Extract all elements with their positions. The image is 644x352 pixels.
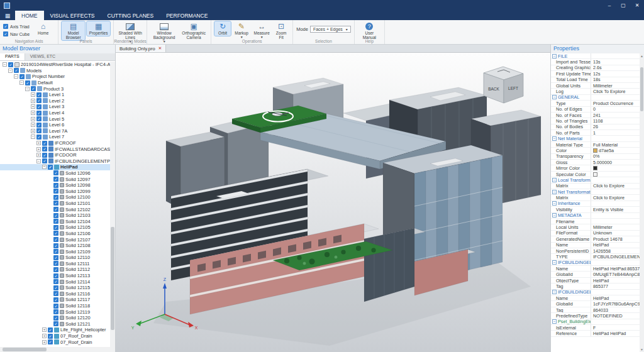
tree-checkbox[interactable] <box>53 207 58 212</box>
home-button[interactable]: ⌂ Home <box>31 21 55 36</box>
tree-checkbox[interactable] <box>19 74 25 79</box>
tree-checkbox[interactable] <box>53 316 58 321</box>
nav-cube-checkbox[interactable]: ✓ Nav Cube <box>3 31 30 37</box>
property-row[interactable]: GlobalId 0MUqjET7eB44iAnpC8quu <box>551 272 640 277</box>
navigation-cube[interactable]: BACK LEFT <box>484 67 523 103</box>
tree-item[interactable]: Solid 12117 <box>0 297 115 303</box>
property-row[interactable]: No. of Parts 1 <box>551 130 640 136</box>
property-row[interactable]: Log Click To Explore <box>551 89 640 94</box>
tree-checkbox[interactable] <box>48 334 53 339</box>
tree-expander-icon[interactable] <box>48 316 52 320</box>
tree-item[interactable]: + 07_Roof_Drain <box>0 339 115 345</box>
scroll-down-icon[interactable]: ▼ <box>640 347 644 352</box>
property-row[interactable]: FileFormat Unknown <box>551 231 640 236</box>
tree-expander-icon[interactable]: + <box>31 92 35 97</box>
user-manual-button[interactable]: ? User Manual <box>358 21 381 40</box>
navcube-back-label[interactable]: BACK <box>488 87 499 91</box>
tree-expander-icon[interactable]: − <box>42 165 47 169</box>
tree-checkbox[interactable] <box>36 128 42 133</box>
tree-checkbox[interactable] <box>53 261 58 266</box>
tree-expander-icon[interactable]: + <box>31 111 35 115</box>
tree-expander-icon[interactable]: + <box>31 123 35 127</box>
tree-item[interactable]: Solid 12098 <box>0 182 115 189</box>
property-row[interactable]: Matrix Click to Explore <box>551 184 640 189</box>
tree-item[interactable]: Solid 12099 <box>0 188 115 194</box>
tree-checkbox[interactable] <box>53 170 58 175</box>
tree-checkbox[interactable] <box>53 225 58 230</box>
ribbon-tab[interactable]: VISUAL EFFECTS <box>44 11 101 20</box>
tree-vertical-scrollbar[interactable] <box>110 62 115 347</box>
tree-expander-icon[interactable] <box>48 238 52 242</box>
tree-expander-icon[interactable]: + <box>31 99 35 103</box>
viewport-canvas[interactable]: BACK LEFT Z X Y <box>116 53 550 352</box>
tree-checkbox[interactable] <box>53 309 58 314</box>
tree-checkbox[interactable] <box>42 141 47 146</box>
tree-item[interactable]: + Level 6 <box>0 122 115 128</box>
property-row[interactable]: No. of Triangles 1108 <box>551 118 640 124</box>
tree-checkbox[interactable] <box>53 201 58 206</box>
tree-item[interactable]: − Models <box>0 68 115 74</box>
tree-checkbox[interactable] <box>53 267 58 272</box>
section-expander-icon[interactable]: − <box>552 319 557 324</box>
property-row[interactable]: Name HeliPad <box>551 295 640 301</box>
viewport-tab[interactable]: Building Only.pro ✕ <box>116 45 166 52</box>
ribbon-tab[interactable]: PERFORMANCE <box>160 11 214 20</box>
tree-expander-icon[interactable] <box>48 280 52 284</box>
tree-expander-icon[interactable]: − <box>14 74 18 79</box>
tree-expander-icon[interactable]: − <box>8 69 13 73</box>
panel-tab[interactable]: VIEWS, ETC <box>25 53 60 60</box>
tree-item[interactable]: + Level 2 <box>0 98 115 104</box>
property-row[interactable]: Specular Color <box>551 172 640 177</box>
property-row[interactable]: − GENERAL <box>551 95 640 101</box>
tree-expander-icon[interactable]: − <box>3 62 7 67</box>
tree-item[interactable]: + 07_Roof_Drain <box>0 333 115 339</box>
tree-expander-icon[interactable]: + <box>36 147 41 151</box>
tree-item[interactable]: + Level 3 <box>0 104 115 110</box>
navcube-left-label[interactable]: LEFT <box>508 86 518 91</box>
markup-button[interactable]: ✎ Markup ▾ <box>233 21 250 40</box>
tree-expander-icon[interactable] <box>48 322 52 326</box>
tree-expander-icon[interactable] <box>48 292 52 296</box>
tree-checkbox[interactable] <box>36 92 42 97</box>
tree-item[interactable]: Solid 12110 <box>0 255 115 261</box>
tree-expander-icon[interactable] <box>48 183 52 187</box>
section-expander-icon[interactable]: − <box>552 54 557 58</box>
property-row[interactable]: PredefinedType NOTDEFINED <box>551 313 640 319</box>
tree-item[interactable]: − 20190104WestRiverSide Hospital - IFC4-… <box>0 62 115 68</box>
tree-expander-icon[interactable]: + <box>31 104 35 109</box>
tree-expander-icon[interactable]: + <box>31 117 35 121</box>
property-row[interactable]: Tag 865377 <box>551 283 640 289</box>
tree-expander-icon[interactable]: + <box>42 327 47 332</box>
section-expander-icon[interactable]: − <box>552 213 557 217</box>
tree-checkbox[interactable] <box>53 237 58 242</box>
tree-checkbox[interactable] <box>53 285 58 290</box>
tree-checkbox[interactable] <box>53 249 58 254</box>
tree-checkbox[interactable] <box>14 68 19 73</box>
tree-checkbox[interactable] <box>53 279 58 284</box>
property-row[interactable]: Visibility Entity is Visible <box>551 207 640 212</box>
tree-expander-icon[interactable]: − <box>25 87 30 91</box>
minimize-button[interactable]: – <box>602 0 616 11</box>
tree-expander-icon[interactable] <box>48 261 52 266</box>
tree-item[interactable]: Solid 12103 <box>0 212 115 219</box>
tree-expander-icon[interactable] <box>48 304 52 308</box>
tree-checkbox[interactable] <box>53 195 58 200</box>
tree-expander-icon[interactable] <box>48 285 52 290</box>
properties-scrollbar[interactable]: ▲ ▼ <box>640 53 644 352</box>
tree-item[interactable]: − IFCBUILDINGELEMENTPROXY <box>0 158 115 165</box>
tree-item[interactable]: Solid 12104 <box>0 218 115 224</box>
property-row[interactable]: GlobalId 1cFJYzR7f8Gu6AnpC9juju <box>551 301 640 307</box>
tree-expander-icon[interactable] <box>48 225 52 229</box>
tree-expander-icon[interactable] <box>48 171 52 175</box>
tree-expander-icon[interactable] <box>48 177 52 182</box>
tree-checkbox[interactable] <box>53 273 58 278</box>
property-row[interactable]: No. of Bodies 26 <box>551 124 640 130</box>
tree-item[interactable]: Solid 12100 <box>0 194 115 201</box>
tree-item[interactable]: Solid 12116 <box>0 291 115 297</box>
tree-item[interactable]: Solid 12112 <box>0 267 115 273</box>
tree-expander-icon[interactable] <box>48 310 52 314</box>
tree-expander-icon[interactable]: + <box>42 334 47 338</box>
tree-item[interactable]: − Product 3 <box>0 85 115 92</box>
tree-expander-icon[interactable]: + <box>36 153 41 157</box>
tree-checkbox[interactable] <box>36 123 42 128</box>
